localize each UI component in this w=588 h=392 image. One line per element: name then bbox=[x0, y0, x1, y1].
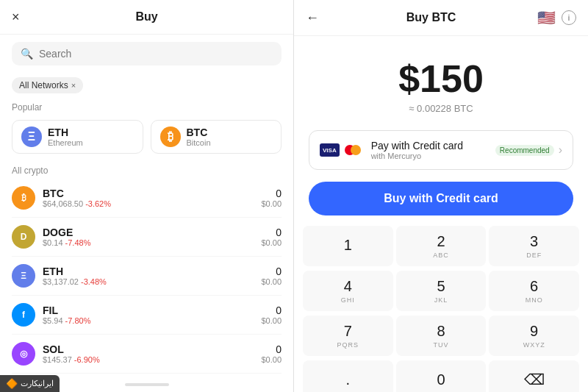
pay-title: Pay with Credit card bbox=[371, 140, 495, 152]
popular-grid: Ξ ETH Ethereum ₿ BTC Bitcoin bbox=[0, 115, 293, 161]
close-button[interactable]: × bbox=[12, 10, 20, 25]
numpad-row-1: 1 2 ABC 3 DEF bbox=[301, 224, 581, 268]
left-title: Buy bbox=[135, 10, 157, 24]
list-item[interactable]: D DOGE $0.14 -7.48% 0 $0.00 bbox=[12, 218, 282, 257]
btc-info: BTC Bitcoin bbox=[187, 126, 211, 147]
numpad-row-4: . 0 ⌫ bbox=[301, 359, 581, 392]
header-actions: 🇺🇸 i bbox=[537, 9, 576, 26]
numpad-1[interactable]: 1 bbox=[303, 226, 393, 266]
numpad-3[interactable]: 3 DEF bbox=[489, 226, 579, 266]
fil-list-info: FIL $5.94 -7.80% bbox=[43, 304, 261, 325]
sol-balance: 0 $0.00 bbox=[261, 343, 282, 364]
crypto-equiv: ≈ 0.00228 BTC bbox=[309, 103, 573, 114]
btc-list-info: BTC $64,068.50 -3.62% bbox=[43, 188, 261, 208]
eth-icon: Ξ bbox=[21, 126, 42, 147]
list-item[interactable]: f FIL $5.94 -7.80% 0 $0.00 bbox=[12, 296, 282, 335]
back-button[interactable]: ← bbox=[306, 10, 319, 26]
payment-option[interactable]: VISA Pay with Credit card with Mercuryo … bbox=[309, 130, 573, 170]
numpad-6[interactable]: 6 MNO bbox=[489, 271, 579, 311]
network-remove-icon[interactable]: × bbox=[71, 81, 76, 90]
btc-icon: ₿ bbox=[160, 126, 181, 147]
right-header: ← Buy BTC 🇺🇸 i bbox=[294, 0, 588, 36]
watermark: 🔶 ایرانیکارت bbox=[0, 375, 60, 392]
numpad-backspace[interactable]: ⌫ bbox=[489, 360, 579, 392]
mastercard-logo bbox=[342, 143, 364, 157]
sol-list-info: SOL $145.37 -6.90% bbox=[43, 343, 261, 364]
btc-balance: 0 $0.00 bbox=[261, 188, 282, 208]
eth-symbol: ETH bbox=[48, 126, 83, 138]
amount-display: $150 ≈ 0.00228 BTC bbox=[294, 36, 588, 118]
recommended-badge: Recommended bbox=[495, 145, 554, 156]
payment-logos: VISA bbox=[320, 143, 364, 157]
numpad-row-2: 4 GHI 5 JKL 6 MNO bbox=[301, 269, 581, 313]
all-crypto-label: All crypto bbox=[0, 161, 293, 179]
bottom-bar bbox=[125, 383, 169, 386]
numpad-8[interactable]: 8 TUV bbox=[396, 316, 487, 356]
numpad-9[interactable]: 9 WXYZ bbox=[489, 316, 579, 356]
list-item[interactable]: Ξ ETH $3,137.02 -3.48% 0 $0.00 bbox=[12, 257, 282, 296]
doge-balance: 0 $0.00 bbox=[261, 227, 282, 247]
eth-list-info: ETH $3,137.02 -3.48% bbox=[43, 266, 261, 286]
network-label: All Networks bbox=[19, 80, 68, 90]
numpad-7[interactable]: 7 PQRS bbox=[303, 316, 393, 356]
left-panel: × Buy 🔍 All Networks × Popular Ξ ETH Eth… bbox=[0, 0, 294, 392]
payment-info: Pay with Credit card with Mercuryo bbox=[371, 140, 495, 160]
sol-list-icon: ◎ bbox=[12, 342, 35, 366]
fil-list-icon: f bbox=[12, 303, 35, 327]
doge-list-icon: D bbox=[12, 225, 35, 249]
search-icon: 🔍 bbox=[21, 48, 33, 60]
btc-symbol: BTC bbox=[187, 126, 211, 138]
numpad-2[interactable]: 2 ABC bbox=[396, 226, 487, 266]
search-input[interactable] bbox=[39, 48, 273, 60]
crypto-list: ₿ BTC $64,068.50 -3.62% 0 $0.00 D DOGE $… bbox=[0, 179, 293, 377]
info-button[interactable]: i bbox=[562, 10, 576, 25]
numpad-5[interactable]: 5 JKL bbox=[396, 271, 487, 311]
pay-subtitle: with Mercuryo bbox=[371, 152, 495, 160]
flag-icon[interactable]: 🇺🇸 bbox=[537, 9, 556, 26]
buy-button[interactable]: Buy with Credit card bbox=[309, 182, 573, 215]
chevron-right-icon: › bbox=[559, 143, 562, 157]
network-tag[interactable]: All Networks × bbox=[12, 77, 83, 93]
popular-btc[interactable]: ₿ BTC Bitcoin bbox=[151, 120, 282, 154]
numpad-row-3: 7 PQRS 8 TUV 9 WXYZ bbox=[301, 314, 581, 357]
eth-balance: 0 $0.00 bbox=[261, 266, 282, 286]
right-title: Buy BTC bbox=[325, 11, 537, 24]
fil-balance: 0 $0.00 bbox=[261, 304, 282, 325]
search-bar[interactable]: 🔍 bbox=[12, 42, 282, 65]
btc-list-icon: ₿ bbox=[12, 186, 35, 210]
doge-list-info: DOGE $0.14 -7.48% bbox=[43, 227, 261, 247]
visa-logo: VISA bbox=[320, 143, 340, 157]
numpad-dot[interactable]: . bbox=[303, 360, 393, 392]
btc-fullname: Bitcoin bbox=[187, 138, 211, 147]
network-filter: All Networks × bbox=[0, 73, 293, 98]
eth-fullname: Ethereum bbox=[48, 138, 83, 147]
left-header: × Buy bbox=[0, 0, 293, 35]
right-panel: ← Buy BTC 🇺🇸 i $150 ≈ 0.00228 BTC VISA P… bbox=[294, 0, 588, 392]
numpad: 1 2 ABC 3 DEF 4 GHI 5 JKL 6 MNO bbox=[294, 224, 588, 392]
list-item[interactable]: ◎ SOL $145.37 -6.90% 0 $0.00 bbox=[12, 335, 282, 374]
list-item[interactable]: ₿ BTC $64,068.50 -3.62% 0 $0.00 bbox=[12, 179, 282, 218]
eth-info: ETH Ethereum bbox=[48, 126, 83, 147]
numpad-0[interactable]: 0 bbox=[396, 360, 487, 392]
amount-value: $150 bbox=[309, 58, 573, 100]
popular-eth[interactable]: Ξ ETH Ethereum bbox=[12, 120, 143, 154]
eth-list-icon: Ξ bbox=[12, 264, 35, 288]
popular-label: Popular bbox=[0, 98, 293, 115]
numpad-4[interactable]: 4 GHI bbox=[303, 271, 393, 311]
